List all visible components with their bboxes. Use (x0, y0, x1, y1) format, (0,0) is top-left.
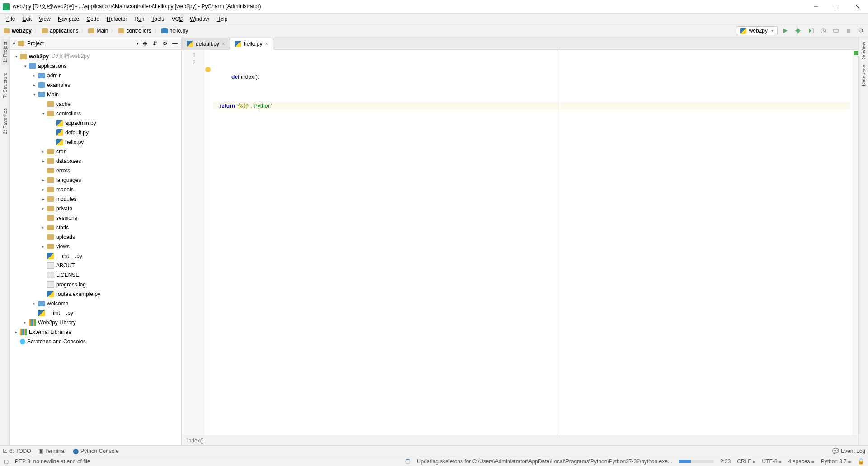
tree-item[interactable]: LICENSE (10, 270, 181, 280)
tree-item[interactable]: hello.py (10, 137, 181, 147)
run-button[interactable] (780, 26, 790, 36)
breadcrumb-item[interactable]: Main (86, 27, 110, 35)
menu-file[interactable]: File (3, 15, 19, 23)
error-stripe[interactable] (853, 50, 858, 435)
tree-item[interactable]: ▸Web2py Library (10, 318, 181, 327)
tool-tab-project[interactable]: 1: Project (1, 39, 9, 65)
expand-icon[interactable]: ▾ (22, 64, 29, 68)
tree-item[interactable]: ▸examples (10, 80, 181, 90)
maximize-button[interactable] (826, 0, 847, 14)
fold-gutter[interactable] (204, 50, 211, 435)
expand-icon[interactable]: ▸ (40, 197, 47, 201)
tool-tab-favorites[interactable]: 2: Favorites (1, 105, 9, 137)
expand-icon[interactable]: ▸ (40, 159, 47, 163)
tool-tab-sciview[interactable]: SciView (860, 39, 867, 62)
tool-tab-python-console[interactable]: ⬤Python Console (73, 448, 119, 454)
python-interpreter[interactable]: Python 3.7≑ (821, 458, 851, 465)
tree-item[interactable]: ▾Main (10, 90, 181, 99)
tool-tab-todo[interactable]: ☑6: TODO (3, 448, 31, 454)
expand-icon[interactable]: ▸ (31, 301, 38, 306)
menu-vcs[interactable]: VCS (168, 15, 186, 23)
breadcrumb-item[interactable]: hello.py (160, 27, 190, 35)
menu-help[interactable]: Help (213, 15, 231, 23)
settings-icon[interactable]: ⚙ (161, 40, 169, 47)
chevron-down-icon[interactable]: ▾ (137, 41, 139, 46)
tree-item[interactable]: ▸welcome (10, 299, 181, 308)
file-encoding[interactable]: UTF-8≑ (762, 458, 782, 465)
hide-icon[interactable]: — (171, 40, 179, 47)
tree-item[interactable]: ▾web2pyD:\文档\web2py (10, 52, 181, 61)
intention-bulb-icon[interactable] (205, 67, 211, 72)
tool-tab-structure[interactable]: 7: Structure (1, 70, 9, 101)
tree-item[interactable]: ▸views (10, 242, 181, 251)
tool-tab-event-log[interactable]: 💬Event Log (832, 448, 865, 454)
expand-icon[interactable]: ▸ (40, 149, 47, 154)
close-tab-icon[interactable]: × (265, 41, 268, 47)
tree-item[interactable]: ▸languages (10, 175, 181, 185)
menu-window[interactable]: Window (186, 15, 213, 23)
editor-tab[interactable]: hello.py× (230, 38, 273, 50)
tree-item[interactable]: routes.example.py (10, 289, 181, 299)
locate-icon[interactable]: ⊕ (142, 40, 149, 47)
indent-setting[interactable]: 4 spaces≑ (788, 458, 815, 465)
stop-button[interactable] (844, 26, 854, 36)
tool-tab-database[interactable]: Database (860, 62, 867, 89)
expand-icon[interactable]: ▸ (22, 320, 29, 325)
expand-icon[interactable]: ▸ (40, 225, 47, 230)
tree-item[interactable]: ▸private (10, 204, 181, 213)
tree-item[interactable]: ABOUT (10, 261, 181, 270)
minimize-button[interactable] (806, 0, 826, 14)
menu-edit[interactable]: Edit (19, 15, 35, 23)
project-tree[interactable]: ▾web2pyD:\文档\web2py▾applications▸admin▸e… (10, 50, 181, 445)
menu-code[interactable]: Code (83, 15, 103, 23)
expand-icon[interactable]: ▾ (31, 92, 38, 97)
tree-item[interactable]: ▾applications (10, 61, 181, 71)
tree-item[interactable]: errors (10, 166, 181, 175)
menu-view[interactable]: View (35, 15, 54, 23)
progress-bar[interactable] (679, 460, 714, 463)
menu-refactor[interactable]: Refactor (103, 15, 131, 23)
tree-item[interactable]: ▸admin (10, 71, 181, 80)
tree-item[interactable]: cache (10, 99, 181, 109)
expand-icon[interactable]: ▸ (31, 73, 38, 78)
close-tab-icon[interactable]: × (222, 41, 225, 47)
menu-tools[interactable]: Tools (148, 15, 168, 23)
run-coverage-button[interactable] (806, 26, 816, 36)
expand-icon[interactable]: ▾ (13, 54, 20, 59)
background-task[interactable]: Updating skeletons for C:\Users\Administ… (417, 458, 672, 465)
close-button[interactable] (847, 0, 868, 14)
menu-run[interactable]: Run (131, 15, 148, 23)
expand-icon[interactable]: ▸ (13, 330, 20, 334)
tree-item[interactable]: appadmin.py (10, 118, 181, 128)
editor-breadcrumb[interactable]: index() (182, 435, 858, 445)
breadcrumb-item[interactable]: controllers (116, 27, 153, 35)
search-everywhere-button[interactable] (856, 26, 866, 36)
breadcrumb-item[interactable]: applications (40, 27, 80, 35)
editor-tab[interactable]: default.py× (182, 38, 230, 49)
breadcrumb-item[interactable]: web2py (2, 27, 33, 35)
lock-icon[interactable]: 🔓 (858, 458, 864, 465)
tree-item[interactable]: __init__.py (10, 251, 181, 261)
tree-item[interactable]: ▸cron (10, 147, 181, 156)
tree-item[interactable]: ▸modules (10, 194, 181, 204)
menu-navigate[interactable]: Navigate (54, 15, 83, 23)
caret-position[interactable]: 2:23 (720, 458, 731, 465)
profile-button[interactable] (818, 26, 828, 36)
tree-item[interactable]: Scratches and Consoles (10, 337, 181, 346)
attach-button[interactable] (831, 26, 841, 36)
tree-item[interactable]: ▸static (10, 223, 181, 232)
collapse-icon[interactable]: ▾ (13, 40, 15, 47)
code-editor[interactable]: def index(): return '你好，Python' (211, 50, 853, 435)
expand-icon[interactable]: ▸ (40, 244, 47, 249)
expand-icon[interactable]: ⇵ (151, 40, 159, 47)
tree-item[interactable]: ▾controllers (10, 109, 181, 118)
tool-tab-terminal[interactable]: ▣Terminal (38, 448, 66, 454)
expand-icon[interactable]: ▸ (40, 187, 47, 192)
tree-item[interactable]: default.py (10, 128, 181, 137)
expand-icon[interactable]: ▸ (31, 83, 38, 87)
run-configuration-selector[interactable]: web2py ▾ (736, 26, 778, 35)
tree-item[interactable]: __init__.py (10, 308, 181, 318)
tree-item[interactable]: uploads (10, 232, 181, 242)
project-view-title[interactable]: Project (27, 40, 134, 47)
tree-item[interactable]: ▸databases (10, 156, 181, 166)
